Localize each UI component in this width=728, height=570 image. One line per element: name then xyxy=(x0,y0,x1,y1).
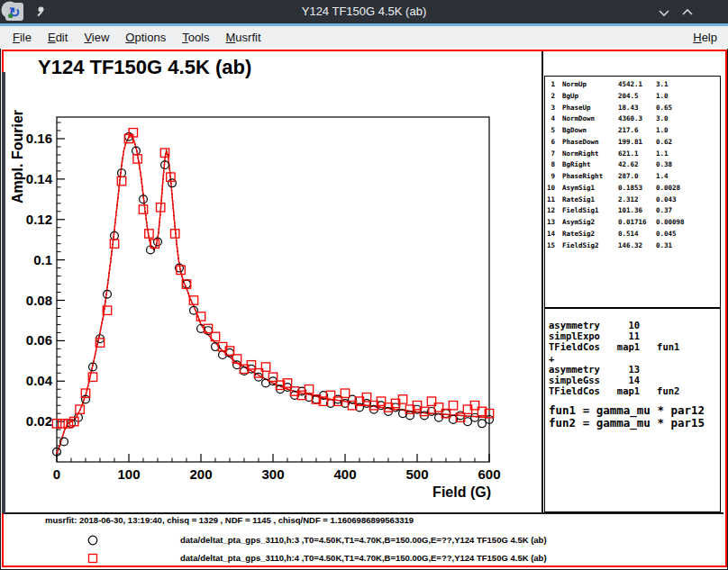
parameter-row: 7NormRight621.11.1 xyxy=(545,149,720,161)
application-window: ↻ Y124 TF150G 4.5K (ab) File Edit View O… xyxy=(0,0,728,570)
parameter-row: 1NormUp4542.13.1 xyxy=(545,80,720,92)
svg-text:400: 400 xyxy=(333,466,356,482)
svg-text:0.1: 0.1 xyxy=(33,252,52,267)
parameter-box[interactable]: 1NormUp4542.13.12BgUp204.51.03PhaseUp18.… xyxy=(544,76,721,308)
minimize-button[interactable] xyxy=(654,3,674,23)
legend-label-h4: data/deltat_pta_gps_3110,h:4 ,T0=4.50K,T… xyxy=(180,553,547,563)
parameter-row: 12FieldSig1101.360.37 xyxy=(545,206,720,218)
parameter-row: 6PhaseDown199.810.62 xyxy=(545,138,720,149)
theory-functions: fun1 = gamma_mu * par12 fun2 = gamma_mu … xyxy=(549,404,720,430)
parameter-row: 3PhaseUp18.430.65 xyxy=(545,104,720,115)
title-bar: ↻ Y124 TF150G 4.5K (ab) xyxy=(0,0,728,23)
menu-musrfit[interactable]: Musrfit xyxy=(218,26,269,49)
x-axis-title: Field (G) xyxy=(432,484,491,500)
theory-box[interactable]: asymmetry 10 simplExpo 11 TFieldCos map1… xyxy=(544,308,721,512)
svg-text:0.12: 0.12 xyxy=(26,212,52,227)
parameter-row: 15FieldSig2146.320.31 xyxy=(545,241,720,253)
svg-text:0.04: 0.04 xyxy=(26,373,53,388)
menu-view[interactable]: View xyxy=(76,26,117,49)
parameter-row: 10AsymSig10.18530.0028 xyxy=(545,184,720,195)
parameter-row: 9PhaseRight287.01.4 xyxy=(545,172,720,184)
svg-text:0.16: 0.16 xyxy=(26,131,52,146)
menu-edit[interactable]: Edit xyxy=(40,26,76,49)
plot-title: Y124 TF150G 4.5K (ab) xyxy=(38,56,251,78)
svg-text:500: 500 xyxy=(405,466,428,482)
pad-left-border xyxy=(2,72,5,513)
legend-label-h3: data/deltat_pta_gps_3110,h:3 ,T0=4.50K,T… xyxy=(180,535,547,545)
menu-bar: File Edit View Options Tools Musrfit Hel… xyxy=(0,26,728,49)
fit-info-line: musrfit: 2018-06-30, 13:19:40, chisq = 1… xyxy=(45,515,414,525)
svg-text:600: 600 xyxy=(478,466,500,482)
svg-text:0.06: 0.06 xyxy=(26,332,52,348)
svg-text:100: 100 xyxy=(117,466,140,482)
svg-text:0.14: 0.14 xyxy=(26,171,53,186)
parameter-rows: 1NormUp4542.13.12BgUp204.51.03PhaseUp18.… xyxy=(545,80,720,252)
theory-components: asymmetry 10 simplExpo 11 TFieldCos map1… xyxy=(549,320,720,396)
parameter-row: 14RateSig20.5140.045 xyxy=(545,230,720,241)
menu-tools[interactable]: Tools xyxy=(174,26,217,49)
circle-marker-icon xyxy=(86,534,99,547)
pad-divider-vertical xyxy=(541,51,543,513)
svg-text:0.08: 0.08 xyxy=(26,293,52,308)
y-axis-title: Ampl. Fourier xyxy=(10,110,25,204)
plot-content: 01002003004005006000.020.040.060.080.10.… xyxy=(26,122,501,482)
parameter-row: 4NormDown4360.33.0 xyxy=(545,114,720,126)
maximize-button[interactable] xyxy=(678,3,697,23)
parameter-row: 8BgRight42.620.38 xyxy=(545,160,720,172)
parameter-row: 13AsymSig20.017160.00098 xyxy=(545,218,720,230)
menu-file[interactable]: File xyxy=(0,26,40,49)
svg-text:300: 300 xyxy=(261,466,284,482)
fourier-plot[interactable]: Y124 TF150G 4.5K (ab) 010020030040050060… xyxy=(0,49,546,513)
pad-divider-horizontal xyxy=(3,512,723,514)
menu-help[interactable]: Help xyxy=(682,26,728,49)
legend-entry-h4: data/deltat_pta_gps_3110,h:4 ,T0=4.50K,T… xyxy=(0,551,712,565)
window-title: Y124 TF150G 4.5K (ab) xyxy=(0,0,728,23)
svg-text:0.02: 0.02 xyxy=(26,413,52,429)
parameter-row: 5BgDown217.61.0 xyxy=(545,126,720,138)
legend-entry-h3: data/deltat_pta_gps_3110,h:3 ,T0=4.50K,T… xyxy=(0,533,712,547)
parameter-row: 2BgUp204.51.0 xyxy=(545,92,720,104)
svg-text:0: 0 xyxy=(53,466,60,482)
menu-options[interactable]: Options xyxy=(117,26,174,49)
square-marker-icon xyxy=(86,552,99,565)
svg-text:200: 200 xyxy=(189,466,212,482)
parameter-row: 11RateSig12.3120.043 xyxy=(545,195,720,207)
